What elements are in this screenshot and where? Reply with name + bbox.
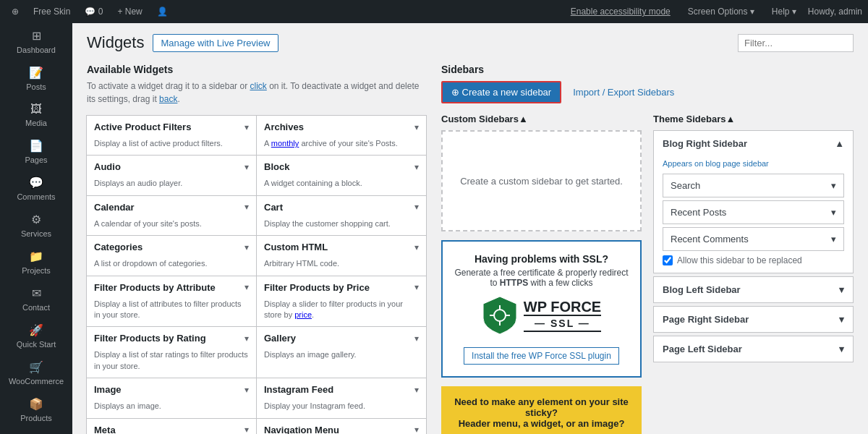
chevron-down-icon: ▾ xyxy=(414,242,419,252)
chevron-down-icon: ▾ xyxy=(839,344,844,354)
widget-header-active-product-filters[interactable]: Active Product Filters ▾ xyxy=(87,116,256,138)
sidebar-page-left: Page Left Sidebar ▾ xyxy=(653,336,854,362)
sidebar-blog-right: Blog Right Sidebar ▲ Appears on blog pag… xyxy=(653,130,854,273)
chevron-down-icon: ▾ xyxy=(839,284,844,295)
widget-header-filter-products-price[interactable]: Filter Products by Price ▾ xyxy=(257,276,426,299)
sidebar-widget-recent-posts[interactable]: Recent Posts ▾ xyxy=(663,200,844,224)
chevron-down-icon: ▾ xyxy=(244,122,249,132)
sidebar-item-comments[interactable]: 💬 Comments xyxy=(0,170,72,207)
chevron-down-icon: ▾ xyxy=(414,282,419,292)
quick-start-icon: 🚀 xyxy=(29,323,43,337)
help-menu[interactable]: Help ▾ xyxy=(766,7,802,17)
new-button[interactable]: + New xyxy=(111,7,148,17)
widget-desc-filter-products-price: Display a slider to filter products in y… xyxy=(257,299,426,327)
sidebar-item-quick-start[interactable]: 🚀 Quick Start xyxy=(0,318,72,354)
sidebar-item-woocommerce[interactable]: 🛒 WooCommerce xyxy=(0,354,72,391)
sidebar-item-media[interactable]: 🖼 Media xyxy=(0,97,72,133)
chevron-down-icon: ▾ xyxy=(244,282,249,292)
widget-header-block[interactable]: Block ▾ xyxy=(257,156,426,178)
sidebar-label-quick-start: Quick Start xyxy=(17,340,56,349)
sidebar-item-products[interactable]: 📦 Products xyxy=(0,391,72,428)
posts-icon: 📝 xyxy=(29,66,43,80)
sidebar-widget-recent-comments[interactable]: Recent Comments ▾ xyxy=(663,227,844,251)
sidebar-item-posts[interactable]: 📝 Posts xyxy=(0,60,72,97)
widget-custom-html: Custom HTML ▾ Arbitrary HTML code. xyxy=(256,235,427,276)
create-sidebar-button[interactable]: ⊕ Create a new sidebar xyxy=(441,81,561,103)
woocommerce-icon: 🛒 xyxy=(29,360,43,374)
widget-header-categories[interactable]: Categories ▾ xyxy=(87,236,256,258)
chevron-down-icon: ▾ xyxy=(414,385,419,395)
user-icon[interactable]: 👤 xyxy=(151,7,174,17)
widget-header-archives[interactable]: Archives ▾ xyxy=(257,116,426,138)
sidebar-blog-right-header[interactable]: Blog Right Sidebar ▲ xyxy=(654,131,853,156)
widget-calendar: Calendar ▾ A calendar of your site's pos… xyxy=(86,195,257,236)
dashboard-icon: ⊞ xyxy=(32,29,41,43)
filter-input[interactable] xyxy=(738,34,854,52)
manage-live-button[interactable]: Manage with Live Preview xyxy=(153,34,278,52)
widget-desc-instagram-feed: Display your Instagram feed. xyxy=(257,401,426,417)
custom-sidebar-empty: Create a custom sidebar to get started. xyxy=(441,130,642,231)
widget-desc-filter-products-rating: Display a list of star ratings to filter… xyxy=(87,349,256,378)
widget-header-custom-html[interactable]: Custom HTML ▾ xyxy=(257,236,426,258)
ssl-banner-subtitle: Generate a free certificate & properly r… xyxy=(454,268,629,278)
comments-count[interactable]: 💬 0 xyxy=(79,7,109,17)
sidebars-panel: Sidebars ⊕ Create a new sidebar Import /… xyxy=(441,64,854,434)
widget-header-gallery[interactable]: Gallery ▾ xyxy=(257,327,426,349)
widget-header-navigation-menu[interactable]: Navigation Menu ▾ xyxy=(257,419,426,434)
widget-header-filter-products-rating[interactable]: Filter Products by Rating ▾ xyxy=(87,327,256,349)
widget-audio: Audio ▾ Displays an audio player. xyxy=(86,155,257,195)
ssl-shield-container xyxy=(482,295,518,336)
admin-bar: ⊕ Free Skin 💬 0 + New 👤 Enable accessibi… xyxy=(0,0,868,23)
ssl-install-button[interactable]: Install the free WP Force SSL plugin xyxy=(464,347,619,365)
widget-header-filter-products-attribute[interactable]: Filter Products by Attribute ▾ xyxy=(87,276,256,299)
back-link[interactable]: back xyxy=(159,94,177,104)
site-name[interactable]: Free Skin xyxy=(27,7,76,17)
sidebar-item-projects[interactable]: 📁 Projects xyxy=(0,244,72,281)
sidebar-label-services: Services xyxy=(21,229,51,238)
sidebar-blog-right-name: Blog Right Sidebar xyxy=(663,138,747,149)
widget-desc-active-product-filters: Display a list of active product filters… xyxy=(87,138,256,155)
sidebar-item-services[interactable]: ⚙ Services xyxy=(0,207,72,244)
widget-header-cart[interactable]: Cart ▾ xyxy=(257,196,426,218)
chevron-up-icon: ▲ xyxy=(835,138,844,149)
widget-grid: Active Product Filters ▾ Display a list … xyxy=(87,116,427,434)
wp-logo[interactable]: ⊕ xyxy=(6,7,25,17)
widget-header-meta[interactable]: Meta ▾ xyxy=(87,419,256,434)
sidebar-blog-right-body: Appears on blog page sidebar Search ▾ Re… xyxy=(654,156,853,273)
sidebar-blog-left: Blog Left Sidebar ▾ xyxy=(653,276,854,303)
page-header: Widgets Manage with Live Preview xyxy=(72,23,868,52)
click-link[interactable]: click xyxy=(250,81,266,91)
services-icon: ⚙ xyxy=(31,213,41,226)
sidebar-page-right-header[interactable]: Page Right Sidebar ▾ xyxy=(654,307,853,332)
custom-sidebars-title: Custom Sidebars▲ xyxy=(441,114,642,124)
sidebar-item-contact[interactable]: ✉ Contact xyxy=(0,281,72,318)
ssl-banner-subtitle2: to HTTPS with a few clicks xyxy=(454,278,629,288)
chevron-down-icon: ▾ xyxy=(414,202,419,212)
accessibility-link[interactable]: Enable accessibility mode xyxy=(565,7,676,17)
widget-header-instagram-feed[interactable]: Instagram Feed ▾ xyxy=(257,378,426,401)
widget-header-image[interactable]: Image ▾ xyxy=(87,378,256,401)
widget-active-product-filters: Active Product Filters ▾ Display a list … xyxy=(86,115,257,156)
widget-search-label: Search xyxy=(671,180,700,191)
screen-options[interactable]: Screen Options ▾ xyxy=(682,7,760,17)
sidebar-blog-left-header[interactable]: Blog Left Sidebar ▾ xyxy=(654,277,853,302)
sidebar-label-posts: Posts xyxy=(26,82,46,91)
howdy-text: Howdy, admin xyxy=(808,7,862,17)
sidebar-item-pages[interactable]: 📄 Pages xyxy=(0,133,72,170)
sidebar-item-dashboard[interactable]: ⊞ Dashboard xyxy=(0,23,72,60)
available-widgets-panel: Available Widgets To activate a widget d… xyxy=(87,64,427,434)
widget-desc-custom-html: Arbitrary HTML code. xyxy=(257,258,426,275)
sidebar-blog-right-desc: Appears on blog page sidebar xyxy=(663,159,844,168)
sidebar-label-woocommerce: WooCommerce xyxy=(9,377,64,386)
widget-header-audio[interactable]: Audio ▾ xyxy=(87,156,256,178)
allow-replace-label: Allow this sidebar to be replaced xyxy=(677,255,802,265)
sidebars-actions: ⊕ Create a new sidebar Import / Export S… xyxy=(441,81,854,103)
widget-header-calendar[interactable]: Calendar ▾ xyxy=(87,196,256,218)
sidebar-item-analytics[interactable]: 📊 Analytics xyxy=(0,428,72,434)
chevron-down-icon: ▾ xyxy=(414,333,419,344)
import-export-link[interactable]: Import / Export Sidebars xyxy=(573,87,674,98)
allow-replace-checkbox[interactable] xyxy=(663,255,673,265)
sidebar-widget-search[interactable]: Search ▾ xyxy=(663,174,844,197)
sidebar-page-left-header[interactable]: Page Left Sidebar ▾ xyxy=(654,336,853,362)
widget-desc-categories: A list or dropdown of categories. xyxy=(87,258,256,275)
